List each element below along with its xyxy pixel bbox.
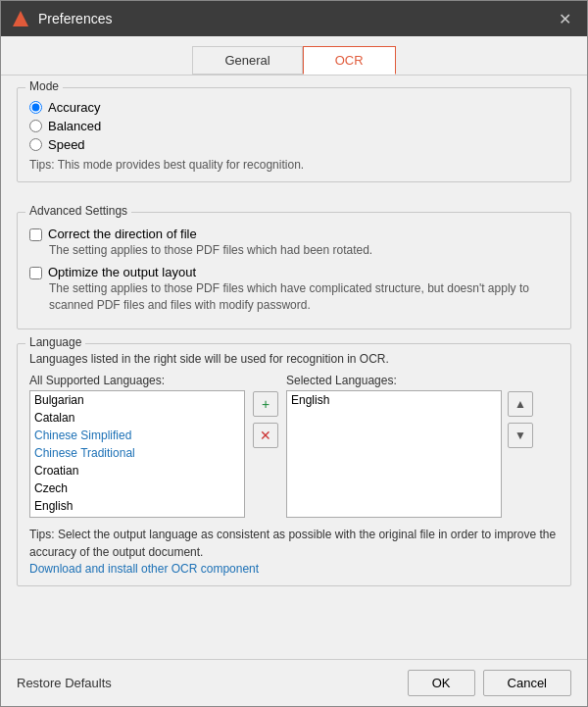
tab-ocr[interactable]: OCR [303,46,396,75]
language-tips: Tips: Select the output language as cons… [29,526,559,561]
optimize-layout-checkbox[interactable] [29,267,42,279]
correct-direction-checkbox[interactable] [29,228,42,241]
add-language-button[interactable]: + [253,391,278,417]
download-ocr-link[interactable]: Download and install other OCR component [29,562,259,576]
all-languages-label: All Supported Languages: [29,374,245,387]
tabs-bar: General OCR [1,36,587,76]
list-item[interactable]: Chinese Traditional [30,444,244,462]
ok-button[interactable]: OK [408,670,475,696]
correct-direction-label[interactable]: Correct the direction of file [48,227,197,241]
all-languages-listbox[interactable]: Bulgarian Catalan Chinese Simplified Chi… [29,390,245,518]
footer-action-buttons: OK Cancel [408,670,571,696]
tab-general[interactable]: General [192,46,302,75]
title-bar: Preferences ✕ [1,1,587,36]
app-icon [11,9,30,28]
up-down-buttons: ▲ ▼ [502,391,539,448]
all-languages-col: All Supported Languages: Bulgarian Catal… [29,374,245,518]
list-item[interactable]: Catalan [30,409,244,427]
list-item[interactable]: Croatian [30,462,244,480]
restore-defaults-button[interactable]: Restore Defaults [17,676,112,690]
advanced-section-label: Advanced Settings [25,204,131,218]
speed-row: Speed [29,137,559,152]
selected-languages-listbox[interactable]: English [286,390,502,518]
mode-tips: Tips: This mode provides best quality fo… [29,158,559,172]
list-item[interactable]: English [30,497,244,515]
window-title: Preferences [38,11,553,26]
close-button[interactable]: ✕ [553,8,577,30]
cancel-button[interactable]: Cancel [483,670,571,696]
mode-section-label: Mode [25,79,63,93]
accuracy-radio[interactable] [29,101,42,114]
optimize-layout-desc: The setting applies to those PDF files w… [49,280,559,314]
remove-language-button[interactable]: ✕ [253,423,278,448]
language-intro: Languages listed in the right side will … [29,352,559,366]
balanced-label[interactable]: Balanced [48,119,101,133]
list-item[interactable]: English [287,391,501,409]
footer: Restore Defaults OK Cancel [1,659,587,706]
accuracy-row: Accuracy [29,100,559,115]
list-item[interactable]: Chinese Simplified [30,427,244,444]
speed-label[interactable]: Speed [48,137,85,152]
optimize-layout-label[interactable]: Optimize the output layout [48,265,196,279]
svg-marker-0 [13,11,28,26]
advanced-section: Advanced Settings Correct the direction … [17,212,571,329]
selected-languages-label: Selected Languages: [286,374,502,387]
mode-section: Mode Accuracy Balanced Speed Tips: This … [17,87,571,182]
language-section-label: Language [25,335,85,349]
move-up-button[interactable]: ▲ [508,391,533,417]
preferences-window: Preferences ✕ General OCR Mode Accuracy … [0,0,588,707]
mode-radio-group: Accuracy Balanced Speed [29,100,559,152]
speed-radio[interactable] [29,138,42,151]
list-item[interactable]: French [30,515,244,518]
language-lists: All Supported Languages: Bulgarian Catal… [29,374,559,518]
correct-direction-desc: The setting applies to those PDF files w… [49,242,559,259]
language-section: Language Languages listed in the right s… [17,343,571,586]
balanced-row: Balanced [29,119,559,133]
balanced-radio[interactable] [29,120,42,132]
list-item[interactable]: Czech [30,480,244,497]
move-down-button[interactable]: ▼ [508,423,533,448]
optimize-layout-row: Optimize the output layout [29,265,559,279]
add-remove-buttons: + ✕ [245,391,286,448]
list-item[interactable]: Bulgarian [30,391,244,409]
selected-languages-col: Selected Languages: English [286,374,502,518]
correct-direction-row: Correct the direction of file [29,227,559,241]
accuracy-label[interactable]: Accuracy [48,100,100,115]
content-area: Mode Accuracy Balanced Speed Tips: This … [1,76,587,659]
